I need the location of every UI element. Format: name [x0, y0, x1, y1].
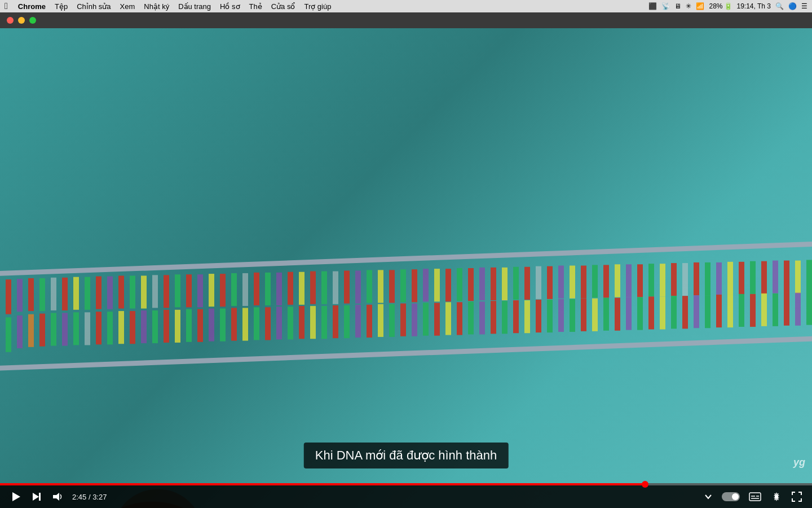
svg-rect-22 — [118, 275, 124, 308]
svg-rect-106 — [592, 265, 598, 297]
svg-rect-68 — [378, 270, 383, 303]
svg-rect-98 — [547, 266, 553, 299]
svg-rect-16 — [85, 277, 90, 310]
svg-rect-62 — [344, 270, 350, 303]
svg-rect-26 — [141, 275, 147, 308]
menubar-display[interactable]: 🖥 — [674, 2, 681, 10]
svg-rect-141 — [784, 293, 789, 326]
svg-rect-57 — [310, 306, 316, 339]
menubar-controlcenter[interactable]: ☰ — [801, 2, 807, 10]
window-close-button[interactable] — [7, 17, 14, 24]
svg-rect-48 — [265, 273, 271, 305]
menubar-bluetooth[interactable]: ✳ — [686, 2, 691, 10]
menubar-search[interactable]: 🔍 — [775, 2, 784, 10]
svg-rect-13 — [62, 313, 68, 345]
svg-rect-80 — [445, 269, 451, 301]
svg-rect-29 — [152, 310, 158, 343]
menubar-history[interactable]: Nhật ký — [139, 2, 174, 11]
menubar-time[interactable]: 19:14, Th 3 — [737, 2, 771, 10]
menubar-chrome[interactable]: Chrome — [14, 2, 50, 11]
skip-button[interactable] — [30, 491, 43, 503]
svg-rect-17 — [85, 312, 90, 345]
video-progress-bar[interactable] — [0, 483, 812, 485]
menubar-battery[interactable]: 28%🔋 — [709, 2, 732, 10]
svg-rect-6 — [28, 278, 34, 311]
miniplayer-toggle[interactable] — [722, 492, 740, 501]
svg-rect-82 — [457, 268, 462, 301]
svg-rect-53 — [288, 306, 293, 339]
svg-rect-63 — [344, 305, 350, 338]
menubar-file[interactable]: Tệp — [50, 2, 72, 11]
menubar-window[interactable]: Cửa sổ — [267, 2, 300, 11]
svg-rect-97 — [536, 300, 541, 332]
svg-rect-27 — [141, 310, 147, 343]
menubar-screen-record[interactable]: ⬛ — [648, 2, 657, 10]
svg-rect-107 — [592, 299, 598, 331]
svg-rect-94 — [524, 267, 530, 300]
svg-rect-134 — [750, 261, 756, 294]
settings-button[interactable] — [770, 491, 783, 503]
svg-rect-81 — [445, 302, 451, 335]
svg-rect-83 — [457, 302, 462, 335]
svg-rect-109 — [603, 298, 609, 331]
svg-rect-24 — [130, 275, 135, 308]
window-minimize-button[interactable] — [18, 17, 25, 24]
window-maximize-button[interactable] — [29, 17, 36, 24]
svg-rect-2 — [6, 279, 11, 314]
svg-rect-129 — [716, 295, 722, 327]
svg-rect-118 — [660, 264, 665, 296]
svg-rect-125 — [694, 295, 699, 328]
svg-rect-87 — [479, 301, 485, 334]
svg-rect-60 — [333, 271, 338, 304]
svg-rect-40 — [220, 274, 226, 306]
svg-rect-143 — [795, 293, 801, 326]
svg-rect-3 — [6, 317, 11, 352]
svg-rect-45 — [242, 308, 248, 340]
svg-rect-152 — [749, 493, 761, 501]
svg-rect-113 — [626, 297, 632, 330]
svg-rect-75 — [412, 304, 417, 336]
svg-rect-37 — [197, 309, 203, 342]
svg-rect-111 — [615, 298, 620, 331]
dna-visualization — [0, 28, 812, 508]
video-progress-dot — [642, 481, 648, 488]
menubar-wifi[interactable]: 📶 — [696, 2, 704, 10]
volume-button[interactable] — [51, 490, 64, 503]
menubar-cast[interactable]: 📡 — [661, 2, 670, 10]
svg-rect-73 — [400, 304, 406, 336]
svg-rect-64 — [355, 270, 361, 303]
svg-rect-34 — [186, 274, 192, 307]
svg-rect-5 — [17, 316, 23, 348]
svg-rect-144 — [806, 260, 812, 292]
svg-rect-43 — [231, 308, 237, 340]
menubar-help[interactable]: Trợ giúp — [299, 2, 336, 11]
captions-button[interactable] — [748, 491, 762, 503]
apple-menu[interactable]:  — [5, 1, 8, 11]
svg-rect-145 — [806, 292, 812, 325]
svg-rect-126 — [705, 262, 710, 295]
menubar-profiles[interactable]: Hồ sơ — [215, 2, 245, 11]
svg-rect-96 — [536, 266, 541, 299]
svg-rect-88 — [491, 268, 496, 300]
play-button[interactable] — [9, 490, 23, 503]
svg-rect-74 — [412, 269, 417, 302]
svg-rect-104 — [581, 266, 586, 299]
video-time-display: 2:45 / 3:27 — [72, 493, 107, 501]
svg-rect-50 — [276, 273, 282, 305]
toggle-pill-indicator — [732, 493, 739, 500]
menubar-view[interactable]: Xem — [116, 2, 140, 11]
svg-rect-76 — [423, 269, 429, 301]
svg-rect-132 — [739, 262, 744, 295]
video-player[interactable]: Khi DNA mới đã được hình thành yg — [0, 28, 812, 508]
menubar-edit[interactable]: Chỉnh sửa — [72, 2, 115, 11]
svg-rect-12 — [62, 278, 68, 310]
svg-rect-112 — [626, 264, 632, 297]
menubar-siri[interactable]: 🔵 — [788, 2, 797, 10]
menubar-tabs[interactable]: Thẻ — [245, 2, 267, 11]
svg-rect-130 — [727, 262, 733, 295]
svg-rect-23 — [118, 311, 124, 344]
chevron-down-button[interactable] — [703, 491, 714, 502]
svg-rect-30 — [164, 275, 169, 308]
fullscreen-button[interactable] — [791, 491, 803, 503]
menubar-bookmarks[interactable]: Dấu trang — [174, 2, 215, 11]
